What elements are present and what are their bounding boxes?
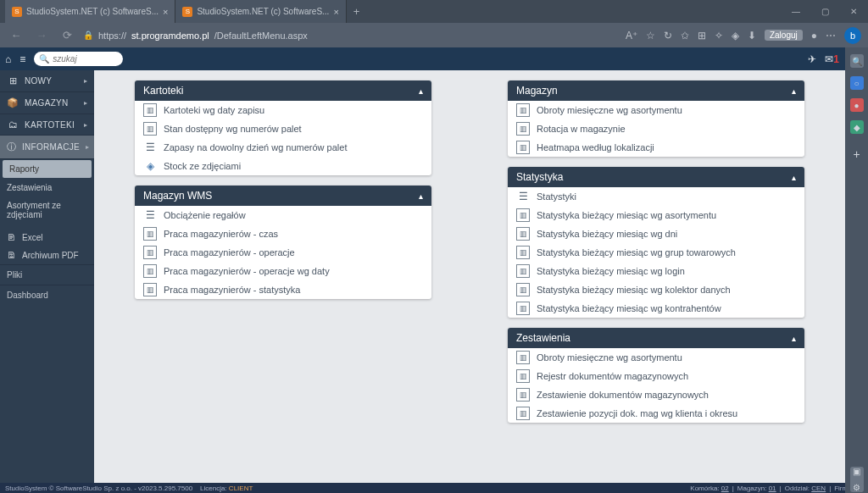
- card-kartoteki: Kartoteki▴▥Kartoteki wg daty zapisu▥Stan…: [135, 80, 431, 175]
- minimize-icon[interactable]: —: [782, 0, 810, 23]
- read-aloud-icon[interactable]: A⁺: [626, 30, 637, 42]
- edge-tool-icon[interactable]: ●: [850, 98, 864, 112]
- card-row[interactable]: ▥Stan dostępny wg numerów palet: [135, 119, 431, 138]
- sidebar-section-section_pliki[interactable]: Pliki: [0, 264, 94, 285]
- back-button[interactable]: ←: [7, 29, 25, 42]
- shield-icon[interactable]: ◈: [732, 30, 739, 42]
- card-row[interactable]: ▥Statystyka bieżący miesiąc wg dni: [508, 224, 804, 243]
- card-row-label: Obroty miesięczne wg asortymentu: [537, 352, 682, 363]
- refresh-button[interactable]: ⟳: [58, 29, 76, 42]
- collapse-icon[interactable]: ▴: [792, 334, 796, 343]
- footer-cell: Komórka: 02: [690, 485, 728, 492]
- card-row[interactable]: ▥Praca magazynierów - statystyka: [135, 280, 431, 299]
- home-icon[interactable]: ⌂: [5, 53, 11, 65]
- card-row-label: Obroty miesięczne wg asortymentu: [537, 105, 682, 115]
- sidebar-item-1[interactable]: 📦MAGAZYN▸: [0, 92, 94, 114]
- card-header[interactable]: Statystyka▴: [508, 167, 804, 187]
- sidebar-item-0[interactable]: ⊞NOWY▸: [0, 70, 94, 92]
- favorites-icon[interactable]: ✩: [681, 30, 689, 42]
- profile-icon[interactable]: ●: [811, 30, 817, 42]
- card-header[interactable]: Magazyn▴: [508, 80, 804, 101]
- report-icon: ▥: [143, 264, 157, 278]
- collapse-icon[interactable]: ▴: [419, 191, 423, 201]
- sidebar-item-3[interactable]: ⓘINFORMACJE▸: [0, 136, 94, 159]
- edge-search-icon[interactable]: 🔍: [850, 54, 864, 68]
- url-prefix: https://: [98, 30, 126, 41]
- url-field[interactable]: 🔒 https://st.programdemo.pl/DefaultLeftM…: [83, 30, 619, 41]
- collapse-icon[interactable]: ▴: [419, 86, 423, 96]
- forward-button[interactable]: →: [32, 29, 51, 42]
- tag-icon: ◈: [143, 159, 157, 173]
- star-icon[interactable]: ☆: [646, 30, 655, 42]
- close-icon[interactable]: ×: [333, 7, 338, 17]
- browser-tab-1[interactable]: S StudioSystem.NET (c) SoftwareS... ×: [175, 0, 346, 23]
- card-row[interactable]: ▥Statystyka bieżący miesiąc wg login: [508, 262, 804, 280]
- login-button[interactable]: Zaloguj: [765, 30, 803, 41]
- card-row[interactable]: ▥Statystyka bieżący miesiąc wg asortymen…: [508, 206, 804, 224]
- card-row[interactable]: ☰Obciążenie regałów: [135, 206, 431, 224]
- card-row[interactable]: ▥Statystyka bieżący miesiąc wg kolektor …: [508, 280, 804, 299]
- collapse-icon[interactable]: ▴: [792, 173, 796, 182]
- card-row[interactable]: ☰Statystyki: [508, 187, 804, 206]
- sidebar-subitem-1[interactable]: Zestawienia: [0, 179, 94, 197]
- card-header[interactable]: Magazyn WMS▴: [135, 186, 431, 206]
- sidebar-subitem-2[interactable]: Asortyment ze zdjęciami: [0, 197, 94, 224]
- close-icon[interactable]: ×: [163, 7, 168, 17]
- card-header[interactable]: Kartoteki▴: [135, 80, 431, 101]
- card-row[interactable]: ▥Statystyka bieżący miesiąc wg grup towa…: [508, 243, 804, 262]
- search-box[interactable]: 🔍: [34, 52, 123, 66]
- tab-title: StudioSystem.NET (c) SoftwareS...: [26, 7, 159, 16]
- card-row-label: Praca magazynierów - czas: [164, 229, 278, 239]
- card-row[interactable]: ▥Kartoteki wg daty zapisu: [135, 101, 431, 119]
- sidebar-file-1[interactable]: 🖺Archiwum PDF: [0, 246, 94, 264]
- edge-add-icon[interactable]: +: [850, 147, 864, 161]
- edge-settings-icon[interactable]: ⚙: [850, 483, 864, 492]
- plane-icon[interactable]: ✈: [808, 53, 816, 65]
- card-row[interactable]: ▥Zestawienie dokumentów magazynowych: [508, 385, 804, 404]
- menu-icon[interactable]: ≡: [19, 53, 25, 65]
- more-icon[interactable]: ⋯: [826, 30, 836, 42]
- collapse-icon[interactable]: ▴: [792, 86, 796, 96]
- card-row[interactable]: ▥Rejestr dokumentów magazynowych: [508, 367, 804, 385]
- bing-icon[interactable]: b: [844, 27, 861, 44]
- sidebar-subitem-0[interactable]: Raporty: [3, 160, 92, 178]
- sync-icon[interactable]: ↻: [664, 30, 672, 42]
- card-row[interactable]: ▥Heatmapa według lokalizacji: [508, 138, 804, 157]
- card-row[interactable]: ▥Praca magazynierów - operacje: [135, 243, 431, 262]
- report-icon: ▥: [516, 208, 530, 222]
- maximize-icon[interactable]: ▢: [810, 0, 839, 23]
- mail-icon[interactable]: ✉1: [825, 53, 839, 65]
- close-window-icon[interactable]: ✕: [839, 0, 868, 23]
- edge-tool-icon[interactable]: ○: [850, 76, 864, 90]
- card-row-label: Statystyka bieżący miesiąc wg asortyment…: [537, 210, 716, 220]
- extensions-icon[interactable]: ✧: [715, 30, 723, 42]
- collections-icon[interactable]: ⊞: [698, 30, 706, 42]
- edge-inbox-icon[interactable]: ▣: [850, 467, 864, 476]
- card-row[interactable]: ◈Stock ze zdjęciami: [135, 157, 431, 175]
- footer-license-value[interactable]: CLIENT: [229, 485, 253, 492]
- sidebar-file-0[interactable]: 🖹Excel: [0, 229, 94, 246]
- chevron-icon: ▸: [84, 77, 87, 85]
- search-input[interactable]: [53, 54, 118, 64]
- card-row[interactable]: ▥Obroty miesięczne wg asortymentu: [508, 348, 804, 367]
- card-row[interactable]: ▥Zestawienie pozycji dok. mag wg klienta…: [508, 404, 804, 423]
- card-header[interactable]: Zestawienia▴: [508, 328, 804, 348]
- card-row[interactable]: ▥Statystyka bieżący miesiąc wg kontrahen…: [508, 299, 804, 318]
- new-tab-button[interactable]: +: [347, 0, 367, 23]
- card-row-label: Statystyka bieżący miesiąc wg dni: [537, 229, 677, 239]
- card-row[interactable]: ▥Praca magazynierów - czas: [135, 224, 431, 243]
- sidebar-section-section_dashboard[interactable]: Dashboard: [0, 285, 94, 305]
- download-icon[interactable]: ⬇: [748, 30, 756, 42]
- search-icon: 🔍: [39, 54, 49, 64]
- app-toolbar: ⌂ ≡ 🔍 ✈ ✉1 👤: [0, 47, 868, 70]
- card-row[interactable]: ▥Rotacja w magazynie: [508, 119, 804, 138]
- report-icon: ▥: [143, 122, 157, 136]
- edge-tool-icon[interactable]: ◆: [850, 120, 864, 134]
- card-row[interactable]: ▥Praca magazynierów - operacje wg daty: [135, 262, 431, 280]
- card-row[interactable]: ☰Zapasy na dowolny dzień wg numerów pale…: [135, 138, 431, 157]
- card-row-label: Statystyka bieżący miesiąc wg kontrahent…: [537, 303, 721, 313]
- sidebar-item-2[interactable]: 🗂KARTOTEKI▸: [0, 114, 94, 136]
- browser-tab-0[interactable]: S StudioSystem.NET (c) SoftwareS... ×: [5, 0, 175, 23]
- sidebar-file-label: Excel: [22, 233, 42, 242]
- card-row[interactable]: ▥Obroty miesięczne wg asortymentu: [508, 101, 804, 119]
